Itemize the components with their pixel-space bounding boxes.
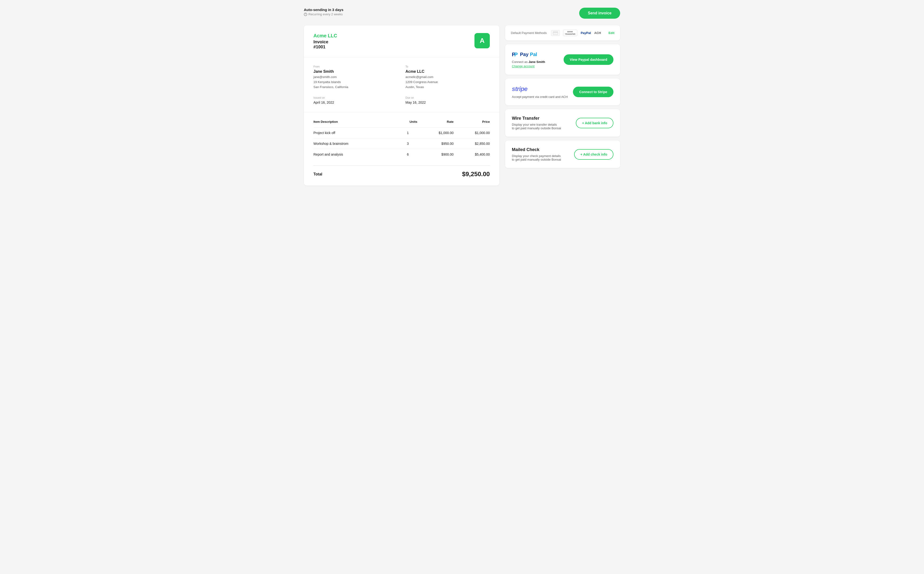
col-units: Units (399, 120, 418, 128)
col-price: Price (454, 120, 490, 128)
main-content: Acme LLC Invoice #1001 A From Jane Smith… (304, 25, 620, 186)
from-label: From (313, 65, 398, 68)
item-description: Project kick off (313, 128, 399, 138)
svg-rect-0 (553, 32, 558, 35)
invoice-company: Acme LLC (313, 33, 337, 39)
mailed-check-card: Mailed Check Display your check payment … (505, 140, 620, 168)
stripe-card: stripe Accept payment via credit card an… (505, 79, 620, 105)
total-label: Total (313, 172, 322, 177)
item-units: 3 (399, 138, 418, 149)
item-price: $5,400.00 (454, 149, 490, 160)
check-desc1: Display your check payment details (512, 154, 561, 158)
from-block: From Jane Smith jane@smith.com 19 Kenyat… (313, 65, 398, 90)
paypal-logo-icon: P P (512, 51, 519, 58)
auto-send-title: Auto-sending in 3 days (304, 8, 343, 12)
to-name: Acme LLC (405, 69, 490, 74)
col-rate: Rate (417, 120, 453, 128)
items-table: Item Description Units Rate Price Projec… (313, 120, 490, 160)
default-methods-bar: Default Payment Methods BANKTRANSFER Pay… (505, 25, 620, 41)
total-row: Total $9,250.00 (313, 166, 490, 178)
avatar: A (475, 33, 490, 48)
stripe-logo: stripe (512, 85, 568, 93)
wire-title: Wire Transfer (512, 116, 561, 121)
invoice-title-block: Acme LLC Invoice #1001 (313, 33, 337, 50)
wire-desc1: Display your wire transfer details (512, 123, 561, 126)
edit-link[interactable]: Edit (608, 31, 614, 35)
item-description: Workshop & brainstrom (313, 138, 399, 149)
wire-transfer-card: Wire Transfer Display your wire transfer… (505, 109, 620, 137)
invoice-label: Invoice (313, 39, 337, 44)
due-value: May 16, 2022 (405, 101, 490, 104)
invoice-from-to: From Jane Smith jane@smith.com 19 Kenyat… (313, 65, 490, 90)
invoice-items-section: Item Description Units Rate Price Projec… (304, 112, 499, 186)
item-rate: $1,000.00 (417, 128, 453, 138)
item-rate: $950.00 (417, 138, 453, 149)
paypal-connect-as: Connect as Jane Smith (512, 60, 545, 64)
item-price: $2,850.00 (454, 138, 490, 149)
from-address1: 19 Kenyatta Islands (313, 80, 398, 85)
auto-send-subtitle: Recurring every 2 weeks (304, 13, 343, 16)
table-header-row: Item Description Units Rate Price (313, 120, 490, 128)
invoice-details-section: From Jane Smith jane@smith.com 19 Kenyat… (304, 57, 499, 112)
ach-text: ACH (594, 31, 601, 35)
issued-block: Issued on April 16, 2022 (313, 96, 398, 104)
issued-value: April 16, 2022 (313, 101, 398, 104)
stripe-card-left: stripe Accept payment via credit card an… (512, 85, 568, 99)
top-bar: Auto-sending in 3 days Recurring every 2… (304, 8, 620, 19)
add-bank-info-button[interactable]: + Add bank info (576, 118, 614, 128)
to-email: acmellc@gmail.com (405, 75, 490, 80)
to-label: To (405, 65, 490, 68)
connect-to-stripe-button[interactable]: Connect to Stripe (573, 87, 614, 97)
stripe-description: Accept payment via credit card and ACH (512, 95, 568, 99)
col-description: Item Description (313, 120, 399, 128)
from-address2: San Fransisco, California (313, 85, 398, 90)
check-card-left: Mailed Check Display your check payment … (512, 147, 561, 161)
from-email: jane@smith.com (313, 75, 398, 80)
view-paypal-dashboard-button[interactable]: View Paypal dashboard (563, 54, 614, 65)
to-address1: 1209 Congress Avenue (405, 80, 490, 85)
check-title: Mailed Check (512, 147, 561, 152)
table-row: Project kick off 1 $1,000.00 $1,000.00 (313, 128, 490, 138)
to-block: To Acme LLC acmellc@gmail.com 1209 Congr… (405, 65, 490, 90)
change-account-link[interactable]: Change account (512, 65, 545, 68)
clock-icon (304, 13, 307, 16)
send-invoice-button[interactable]: Send invoice (579, 8, 620, 19)
due-block: Due on May 16, 2022 (405, 96, 490, 104)
item-description: Report and analysis (313, 149, 399, 160)
total-amount: $9,250.00 (462, 170, 490, 178)
due-label: Due on (405, 96, 490, 99)
invoice-panel: Acme LLC Invoice #1001 A From Jane Smith… (304, 25, 499, 186)
item-units: 1 (399, 128, 418, 138)
invoice-number: #1001 (313, 44, 337, 50)
default-methods-label: Default Payment Methods (511, 31, 547, 35)
wire-desc2: to get paid manually outside Bonsai (512, 126, 561, 130)
item-rate: $900.00 (417, 149, 453, 160)
item-units: 6 (399, 149, 418, 160)
paypal-icon-text: PayPal (581, 31, 591, 35)
invoice-dates: Issued on April 16, 2022 Due on May 16, … (313, 96, 490, 104)
credit-card-icon (551, 30, 560, 36)
wire-card-left: Wire Transfer Display your wire transfer… (512, 116, 561, 130)
paypal-card: P P PayPal Connect as Jane Smith Change … (505, 44, 620, 75)
from-name: Jane Smith (313, 69, 398, 74)
paypal-logo: P P PayPal (512, 51, 545, 58)
add-check-info-button[interactable]: + Add check info (574, 149, 614, 160)
to-address2: Austin, Texas (405, 85, 490, 90)
paypal-card-left: P P PayPal Connect as Jane Smith Change … (512, 51, 545, 68)
svg-rect-1 (553, 32, 558, 33)
table-row: Workshop & brainstrom 3 $950.00 $2,850.0… (313, 138, 490, 149)
item-price: $1,000.00 (454, 128, 490, 138)
payment-panel: Default Payment Methods BANKTRANSFER Pay… (505, 25, 620, 168)
invoice-header-section: Acme LLC Invoice #1001 A (304, 25, 499, 57)
bank-transfer-icon: BANKTRANSFER (563, 30, 578, 36)
issued-label: Issued on (313, 96, 398, 99)
check-desc2: to get paid manually outside Bonsai (512, 158, 561, 161)
table-row: Report and analysis 6 $900.00 $5,400.00 (313, 149, 490, 160)
auto-send-info: Auto-sending in 3 days Recurring every 2… (304, 8, 343, 16)
svg-text:P: P (514, 52, 518, 57)
